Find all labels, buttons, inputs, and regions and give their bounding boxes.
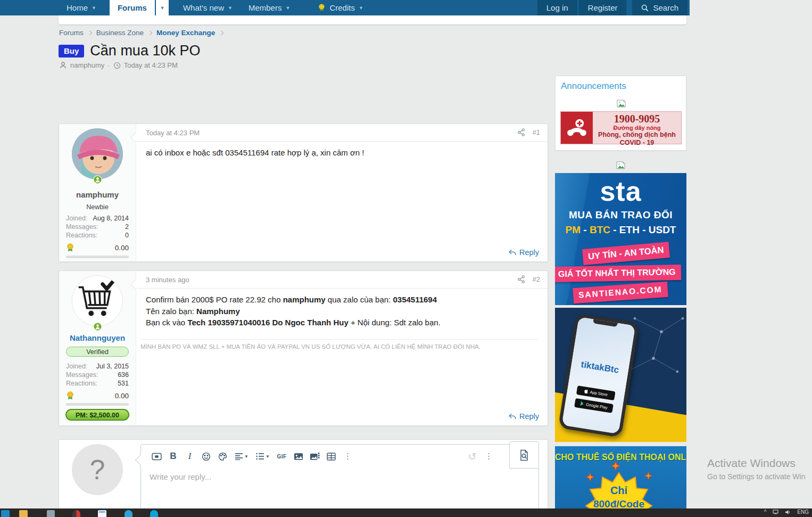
nav-tab-whats-new[interactable]: What's new ▼ (175, 0, 241, 15)
post-1-score-row: 0.00 (66, 243, 129, 252)
santienao-ad-banner[interactable]: sta MUA BÁN TRAO ĐỔI PM - BTC - ETH - US… (555, 173, 686, 305)
announcements-title: Announcements (561, 81, 626, 92)
tray-volume-icon[interactable] (785, 510, 791, 515)
nav-tab-forums[interactable]: Forums (110, 0, 155, 15)
nav-tab-credits[interactable]: Credits ▼ (310, 0, 371, 15)
reply-textarea[interactable] (150, 472, 501, 494)
hotline-line3: COVID - 19 (593, 139, 681, 146)
google-play-badge[interactable]: Google Play (574, 398, 614, 413)
image-icon[interactable] (291, 449, 305, 464)
thread-prefix-badge[interactable]: Buy (59, 45, 84, 58)
post-1-avatar[interactable] (72, 128, 123, 179)
top-navbar: Home ▼ Forums ▼ What's new ▼ Members ▼ C… (0, 0, 690, 15)
chevron-right-icon (148, 31, 152, 35)
post-1-user-title: Newbie (59, 203, 136, 211)
post-2-score-row: 0.00 (66, 391, 129, 400)
dot-separator: · (107, 61, 110, 69)
breadcrumb-business-zone[interactable]: Business Zone (96, 29, 144, 37)
share-icon[interactable] (517, 128, 525, 136)
messages-label: Messages: (66, 371, 98, 379)
messages-label: Messages: (66, 223, 98, 231)
medal-icon (66, 391, 74, 400)
browser-app-icon[interactable] (72, 510, 80, 517)
telegram-icon[interactable] (125, 510, 132, 517)
rent-ad-title: CHO THUÊ SỐ ĐIỆN THOẠI ONLINE (555, 453, 686, 462)
nav-tab-whats-new-label: What's new (183, 3, 224, 12)
broken-image-icon (617, 100, 626, 108)
folder-icon[interactable] (19, 510, 28, 517)
pm-balance-button[interactable]: PM: $2,500.00 (65, 409, 129, 421)
italic-icon[interactable]: I (183, 449, 197, 464)
text-color-palette-icon[interactable] (216, 449, 230, 464)
breadcrumb-money-exchange[interactable]: Money Exchange (156, 29, 215, 37)
covid-hotline-banner[interactable]: 1900-9095 Đường dây nóng Phòng, chống dị… (560, 111, 682, 144)
reactions-label: Reactions: (66, 379, 97, 388)
zalo-icon[interactable]: Zalo (98, 510, 106, 517)
post-2-number-link[interactable]: #2 (533, 275, 540, 283)
rent-price-line1: Chỉ (582, 485, 656, 497)
sta-ribbon-3: SANTIENAO.COM (573, 282, 668, 303)
share-icon[interactable] (517, 275, 525, 283)
announcements-card: Announcements 1900-9095 Đường dây nóng P… (555, 76, 686, 151)
table-icon[interactable] (324, 449, 338, 464)
chevron-right-icon (219, 31, 223, 35)
post-1-username[interactable]: namphumy (59, 190, 136, 199)
list-icon[interactable]: ▼ (253, 449, 272, 464)
keycap-icon[interactable] (150, 449, 164, 464)
more-options-icon[interactable]: ⋮ (341, 449, 355, 464)
signature-divider (140, 339, 538, 340)
post-2-reply-button[interactable]: Reply (508, 412, 539, 421)
post-1-reply-button[interactable]: Reply (508, 248, 539, 257)
nav-tab-forums-dropdown-toggle[interactable]: ▼ (156, 0, 169, 15)
tray-language-label[interactable]: ENG (797, 509, 809, 515)
post-1-number-link[interactable]: #1 (533, 128, 540, 136)
gif-icon[interactable]: GIF (275, 449, 289, 464)
tray-display-icon[interactable] (773, 510, 778, 514)
nav-right-group: Log in Register Search (537, 0, 687, 15)
editor-box: B I ▼ ▼ GIF (140, 444, 539, 516)
post-2-date-link[interactable]: 3 minutes ago (146, 276, 189, 284)
chevron-down-icon: ▼ (92, 5, 96, 11)
hotline-text: 1900-9095 Đường dây nóng Phòng, chống dị… (593, 112, 681, 144)
medal-icon (66, 243, 74, 252)
login-button[interactable]: Log in (537, 0, 577, 15)
thread-header: Buy Cần mua 10k PO (59, 43, 200, 59)
undo-icon[interactable]: ↺ (465, 449, 479, 464)
reply-arrow-icon (508, 413, 517, 420)
search-button[interactable]: Search (632, 0, 687, 15)
post-2-username[interactable]: Nathannguyen (59, 333, 136, 342)
document-app-icon[interactable] (47, 510, 55, 517)
chevron-down-icon: ▼ (359, 5, 363, 11)
app-store-badge[interactable]: App Store (576, 385, 616, 400)
bold-icon[interactable]: B (166, 449, 180, 464)
skype-icon[interactable] (150, 510, 158, 517)
messages-value: 636 (118, 371, 129, 379)
windows-start-icon[interactable] (1, 510, 10, 517)
nav-tab-credits-label: Credits (329, 3, 355, 12)
smilies-icon[interactable] (199, 449, 213, 464)
post-2-avatar[interactable] (72, 275, 123, 326)
register-button[interactable]: Register (579, 0, 627, 15)
nav-tab-home[interactable]: Home ▼ (59, 0, 104, 15)
windows-taskbar: Zalo ^ ENG (0, 508, 812, 517)
nav-tab-members[interactable]: Members ▼ (241, 0, 298, 15)
tray-caret-icon[interactable]: ^ (764, 509, 767, 515)
thread-date[interactable]: Today at 4:23 PM (124, 61, 178, 69)
post-1-date-link[interactable]: Today at 4:23 PM (146, 129, 200, 137)
gallery-media-icon[interactable] (308, 449, 322, 464)
tiktakbtc-ad-banner[interactable]: tiktakBtc App Store Google Play (555, 308, 686, 442)
hotline-line2: Phòng, chống dịch bệnh (593, 131, 681, 139)
alignment-icon[interactable]: ▼ (232, 449, 251, 464)
rent-phone-number-ad-banner[interactable]: CHO THUÊ SỐ ĐIỆN THOẠI ONLINE Chỉ 800đ/C… (555, 446, 686, 517)
preview-button[interactable] (509, 441, 539, 469)
person-icon (59, 61, 67, 69)
chevron-right-icon (88, 31, 92, 35)
reactions-value: 0 (125, 231, 129, 240)
editor-menu-icon[interactable]: ⋮ (482, 449, 496, 464)
joined-value: Aug 8, 2014 (93, 214, 129, 223)
post-2-body: Confirm bán 2000$ PO rate 22.92 cho namp… (146, 294, 538, 329)
reactions-value: 531 (118, 379, 129, 388)
chevron-down-icon: ▼ (266, 454, 270, 459)
thread-author-link[interactable]: namphumy (70, 61, 104, 69)
breadcrumb-forums[interactable]: Forums (59, 29, 84, 37)
